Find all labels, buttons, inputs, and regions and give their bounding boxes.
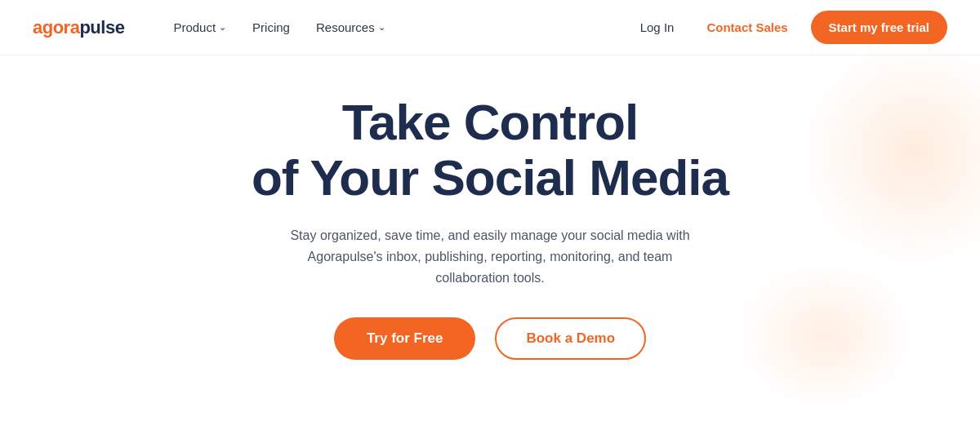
nav-pricing[interactable]: Pricing: [243, 14, 300, 41]
try-for-free-button[interactable]: Try for Free: [334, 317, 476, 360]
hero-section: Take Control of Your Social Media Stay o…: [0, 55, 980, 360]
book-a-demo-label: Book a Demo: [526, 330, 615, 346]
nav-product-label: Product: [173, 20, 216, 34]
contact-sales-link[interactable]: Contact Sales: [697, 14, 797, 41]
hero-title-line2: of Your Social Media: [252, 149, 728, 206]
nav-product[interactable]: Product ⌄: [163, 14, 236, 41]
login-link[interactable]: Log In: [630, 14, 684, 41]
hero-title-line1: Take Control: [342, 94, 638, 150]
login-label: Log In: [640, 20, 675, 34]
decorative-blob-bottom-right: [735, 262, 915, 409]
decorative-blob-right: [800, 39, 980, 268]
nav-resources-label: Resources: [316, 20, 375, 34]
logo-pulse-text: pulse: [79, 17, 124, 38]
nav-links: Product ⌄ Pricing Resources ⌄: [163, 14, 630, 41]
nav-resources[interactable]: Resources ⌄: [306, 14, 395, 41]
start-free-trial-label: Start my free trial: [829, 20, 929, 34]
chevron-down-icon-resources: ⌄: [378, 22, 385, 33]
hero-subtitle: Stay organized, save time, and easily ma…: [278, 225, 702, 288]
nav-pricing-label: Pricing: [252, 20, 290, 34]
start-free-trial-button[interactable]: Start my free trial: [811, 11, 947, 44]
logo-agora-text: agora: [33, 17, 79, 38]
hero-title: Take Control of Your Social Media: [252, 95, 728, 206]
logo[interactable]: agora pulse: [33, 17, 124, 38]
contact-sales-label: Contact Sales: [706, 20, 787, 34]
hero-buttons: Try for Free Book a Demo: [334, 317, 646, 360]
try-for-free-label: Try for Free: [367, 330, 443, 346]
chevron-down-icon: ⌄: [219, 22, 226, 33]
nav-right: Log In Contact Sales Start my free trial: [630, 11, 947, 44]
navbar: agora pulse Product ⌄ Pricing Resources …: [0, 0, 980, 55]
book-a-demo-button[interactable]: Book a Demo: [495, 317, 646, 360]
